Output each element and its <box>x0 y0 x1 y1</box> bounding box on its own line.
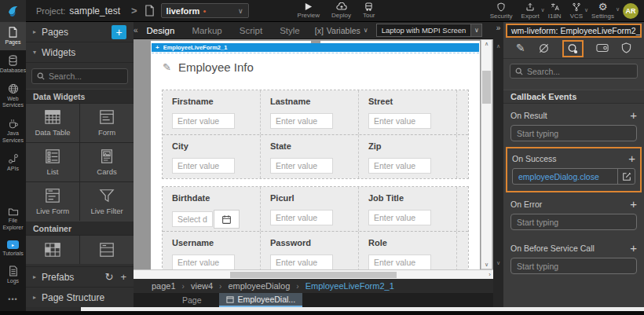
add-page-button[interactable]: + <box>112 25 126 39</box>
form-field-city[interactable]: City <box>163 135 261 178</box>
field-input[interactable] <box>270 255 333 269</box>
field-input[interactable] <box>172 113 235 129</box>
event-input-wrap[interactable] <box>510 125 637 141</box>
scroll-down-arrow[interactable]: ∨ <box>485 262 488 268</box>
design-canvas[interactable]: + EmployeeLiveForm2_1 ✎ Employee Info Fi… <box>134 39 493 279</box>
device-select[interactable]: Laptop with MDPI Screen ∨ <box>376 24 483 37</box>
live-form[interactable]: Firstname Lastname Street City <box>162 90 469 269</box>
widget-tile-live-form[interactable]: Live Form <box>26 182 79 221</box>
tab-properties[interactable]: ✎ <box>516 42 525 54</box>
rail-item-logs[interactable]: Logs <box>0 261 26 289</box>
settings-button[interactable]: ∨ ⚙ Settings <box>591 2 614 20</box>
field-input[interactable] <box>270 210 333 225</box>
widget-search[interactable] <box>31 68 128 84</box>
widgets-accordion[interactable]: ▾ Widgets <box>26 42 134 63</box>
on-success-value[interactable]: employeeDialog.close <box>513 172 617 181</box>
panel-scroll-down-arrow[interactable]: ∨ <box>496 260 500 266</box>
calendar-button[interactable] <box>214 210 240 229</box>
tab-styles[interactable] <box>538 42 550 54</box>
form-field-username[interactable]: Username <box>163 232 261 269</box>
property-search[interactable] <box>510 64 638 79</box>
rail-item-databases[interactable]: Databases <box>0 50 26 79</box>
add-event-button[interactable]: + <box>630 109 637 121</box>
rail-item-apis[interactable]: APIs <box>0 148 26 177</box>
app-logo[interactable] <box>0 0 26 22</box>
panel-scroll-up-arrow[interactable]: ∧ <box>496 43 500 49</box>
tab-events[interactable] <box>562 40 584 57</box>
form-field-zip[interactable]: Zip <box>359 135 457 178</box>
i18n-button[interactable]: I18N <box>548 2 562 20</box>
tab-markup[interactable]: Markup <box>183 26 230 35</box>
rail-item-java-services[interactable]: Java Services <box>0 113 26 148</box>
form-field-firstname[interactable]: Firstname <box>163 90 261 134</box>
widget-tile-layout-grid[interactable] <box>26 236 79 264</box>
deploy-button[interactable]: Deploy <box>331 2 351 19</box>
event-input-wrap[interactable] <box>510 214 637 230</box>
tab-device[interactable] <box>596 43 609 53</box>
edit-script-button[interactable] <box>617 169 635 184</box>
breadcrumb-view4[interactable]: view4 <box>191 281 213 291</box>
security-button[interactable]: Security <box>490 2 513 20</box>
form-field-role[interactable]: Role <box>359 232 457 269</box>
widget-tile-list[interactable]: List <box>26 143 79 181</box>
tab-style[interactable]: Style <box>271 26 309 35</box>
tab-script[interactable]: Script <box>231 26 271 35</box>
breadcrumb-page1[interactable]: page1 <box>152 281 176 291</box>
tab-security[interactable] <box>621 42 631 53</box>
add-event-button[interactable]: + <box>628 152 635 164</box>
tab-employee-dialog[interactable]: EmployeeDial... <box>219 293 303 307</box>
on-error-input[interactable] <box>517 218 619 227</box>
widget-tile-cards[interactable]: Cards <box>80 143 134 181</box>
prefabs-accordion[interactable]: ▸ Prefabs ↻ + <box>26 266 134 287</box>
on-before-service-call-input[interactable] <box>517 262 619 271</box>
user-avatar[interactable]: AR <box>623 3 639 19</box>
widget-tile-layout-rows[interactable] <box>80 236 134 264</box>
form-field-state[interactable]: State <box>261 135 359 178</box>
field-input[interactable] <box>172 158 235 174</box>
refresh-icon[interactable]: ↻ <box>105 271 114 283</box>
field-input[interactable] <box>270 113 333 129</box>
tab-design[interactable]: Design <box>138 26 184 35</box>
property-search-input[interactable] <box>527 67 621 76</box>
canvas-page[interactable]: + EmployeeLiveForm2_1 ✎ Employee Info Fi… <box>151 41 480 269</box>
variables-button[interactable]: [x] Variables ∨ <box>315 26 368 35</box>
rail-item-pages[interactable]: Pages <box>0 22 26 50</box>
widget-search-input[interactable] <box>49 71 119 81</box>
rail-more-button[interactable]: ••• <box>8 295 17 303</box>
on-success-value-box[interactable]: employeeDialog.close <box>512 168 635 185</box>
field-input[interactable] <box>368 255 431 269</box>
on-result-input[interactable] <box>517 129 619 138</box>
add-event-button[interactable]: + <box>630 198 637 210</box>
selected-widget-bar[interactable]: + EmployeeLiveForm2_1 <box>152 43 479 52</box>
widget-tile-form[interactable]: Form <box>80 104 134 142</box>
form-field-job-title[interactable]: Job Title <box>359 187 457 231</box>
rail-item-web-services[interactable]: Web Services <box>0 79 26 114</box>
scroll-right-arrow[interactable]: › <box>488 271 491 278</box>
vertical-scroll-thumb[interactable] <box>482 71 491 104</box>
field-input[interactable] <box>368 210 431 225</box>
add-event-button[interactable]: + <box>630 242 637 254</box>
form-field-birthdate[interactable]: Birthdate <box>163 187 261 231</box>
form-field-lastname[interactable]: Lastname <box>261 90 359 134</box>
tab-page[interactable]: Page <box>171 293 213 307</box>
date-input[interactable] <box>172 211 213 227</box>
form-field-password[interactable]: Password <box>261 232 359 269</box>
vcs-button[interactable]: ∨ VCS <box>570 2 583 20</box>
breadcrumb-employeedialog[interactable]: employeeDialog <box>228 281 290 291</box>
field-input[interactable] <box>368 113 431 129</box>
horizontal-scroll-thumb[interactable] <box>230 272 397 278</box>
widget-tile-live-filter[interactable]: Live Filter <box>80 182 134 221</box>
scroll-up-arrow[interactable]: ∧ <box>485 41 488 47</box>
tour-button[interactable]: Tour <box>363 2 375 19</box>
field-input[interactable] <box>270 158 333 174</box>
page-selector-dropdown[interactable]: liveform • ∨ <box>161 3 249 18</box>
page-structure-accordion[interactable]: ▸ Page Structure <box>26 287 134 307</box>
expand-right-panel-button[interactable]: » <box>496 24 501 32</box>
pages-accordion[interactable]: ▸ Pages + <box>26 22 134 42</box>
field-input[interactable] <box>172 255 235 269</box>
preview-button[interactable]: Preview <box>298 2 320 19</box>
widget-tile-data-table[interactable]: Data Table <box>26 104 79 142</box>
rail-item-tutorials[interactable]: ▸ Tutorials <box>0 236 26 262</box>
form-field-street[interactable]: Street <box>359 90 457 134</box>
field-input[interactable] <box>368 158 431 174</box>
